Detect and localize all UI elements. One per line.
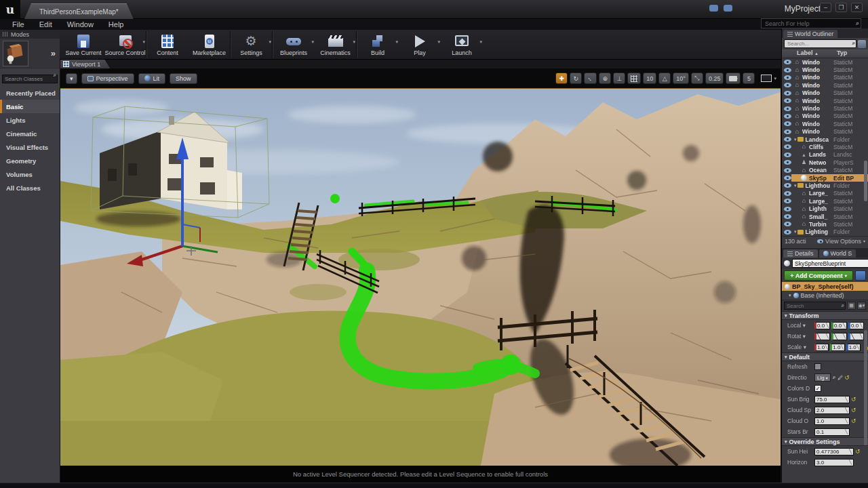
add-component-button[interactable]: + Add Component▾ <box>784 270 853 281</box>
location-y-field[interactable]: 0.0╲ <box>831 322 847 329</box>
expander-icon[interactable]: ▾ <box>789 293 791 298</box>
visibility-eye-icon[interactable] <box>784 207 791 211</box>
grid-snap-value[interactable]: 10 <box>643 73 656 84</box>
outliner-row[interactable]: ▾ Windo StaticM <box>782 81 868 89</box>
directional-light-dropdown[interactable]: Lig▾ <box>814 373 831 382</box>
viewport-scene[interactable] <box>60 89 781 466</box>
maximize-button[interactable]: ❐ <box>835 3 847 12</box>
toolbar-button[interactable]: Source Control ▾ <box>104 31 146 58</box>
outliner-scrollbar[interactable] <box>864 161 867 201</box>
perspective-button[interactable]: Perspective <box>81 73 134 84</box>
mode-category-item[interactable]: Lights <box>0 113 60 127</box>
chevron-down-icon[interactable]: ▾ <box>142 39 145 45</box>
reset-icon[interactable]: ↺ <box>844 374 850 381</box>
chevron-down-icon[interactable]: ▾ <box>479 39 482 45</box>
scale-x-field[interactable]: 1.0╲ <box>814 344 829 351</box>
browse-icon[interactable] <box>833 374 835 381</box>
scale-tool-button[interactable]: ↔ <box>584 73 597 84</box>
expander-icon[interactable]: ▾ <box>794 183 797 188</box>
visibility-eye-icon[interactable] <box>784 98 791 103</box>
rotation-snap-value[interactable]: 10° <box>673 73 689 84</box>
visibility-eye-icon[interactable] <box>784 91 791 96</box>
horizon-field[interactable]: 3.0╲ <box>814 459 854 466</box>
view-options-button[interactable]: View Options▾ <box>817 238 865 245</box>
toolbar-button[interactable]: Content ▾ <box>146 31 189 58</box>
minimize-button[interactable]: – <box>820 3 831 12</box>
camera-speed-button[interactable] <box>726 73 741 84</box>
toolbar-button[interactable]: Play ▾ <box>399 31 441 58</box>
outliner-search-input[interactable] <box>784 39 856 48</box>
scale-snap-value[interactable]: 0.25 <box>705 73 724 84</box>
expand-toolbar-icon[interactable]: » <box>51 48 57 58</box>
rotate-tool-button[interactable]: ↻ <box>570 73 582 84</box>
expander-icon[interactable]: ▾ <box>794 229 797 235</box>
grid-snap-button[interactable] <box>627 73 641 84</box>
outliner-row[interactable]: ▾ Windo StaticM <box>782 74 868 81</box>
outliner-row[interactable]: ▾ Lighting Folder <box>782 228 868 236</box>
outliner-row[interactable]: ▾ Windo StaticM <box>782 128 868 136</box>
component-row-self[interactable]: BP_Sky_Sphere(self) <box>782 282 868 291</box>
reset-icon[interactable]: ↺ <box>855 448 861 455</box>
mode-category-item[interactable]: Recently Placed <box>0 86 60 100</box>
menu-item[interactable]: Help <box>102 20 131 28</box>
visibility-eye-icon[interactable] <box>784 183 791 188</box>
viewport-options-button[interactable]: ▾ <box>66 73 77 84</box>
menu-item[interactable]: File <box>5 20 31 28</box>
lit-mode-button[interactable]: Lit <box>138 73 166 84</box>
toolbar-button[interactable]: Launch ▾ <box>441 31 483 58</box>
menu-item[interactable]: Edit <box>33 20 59 28</box>
refresh-checkbox[interactable] <box>814 363 821 370</box>
outliner-column-header[interactable]: Label ▲ Typ <box>782 49 868 58</box>
details-scrollbar[interactable] <box>864 330 867 445</box>
viewport-layout-button[interactable]: ▾ <box>761 75 776 82</box>
outliner-row[interactable]: ▾ Lighth StaticM <box>782 205 868 212</box>
visibility-eye-icon[interactable] <box>784 214 791 219</box>
level-tab[interactable]: ThirdPersonExampleMap* <box>24 3 134 19</box>
scale-label[interactable]: Scale ▾ <box>787 344 814 350</box>
world-local-toggle-button[interactable]: ⊕ <box>599 73 611 84</box>
visibility-eye-icon[interactable] <box>784 191 791 196</box>
outliner-row[interactable]: ▾ Cliffs StaticM <box>782 143 868 150</box>
reset-icon[interactable]: ↺ <box>851 396 856 403</box>
section-transform[interactable]: ▾Transform <box>782 311 868 320</box>
outliner-row[interactable]: ▾ Lighthou Folder <box>782 182 868 189</box>
reset-icon[interactable]: ↺ <box>851 407 856 413</box>
property-matrix-icon[interactable]: ▦ <box>847 302 856 310</box>
toolbar-button[interactable]: Build ▾ <box>357 31 399 58</box>
scale-y-field[interactable]: 1.0╲ <box>830 344 844 351</box>
chevron-down-icon[interactable]: ▾ <box>395 39 398 45</box>
scale-z-field[interactable]: 1.0╲ <box>846 344 861 351</box>
mode-category-item[interactable]: Volumes <box>0 167 60 181</box>
bug-report-icon[interactable] <box>724 5 732 12</box>
toolbar-button[interactable]: Marketplace ▾ <box>189 31 231 58</box>
chevron-down-icon[interactable]: ▾ <box>353 39 355 45</box>
move-tool-button[interactable]: ✚ <box>555 73 568 84</box>
place-mode-thumbnail[interactable] <box>3 41 28 66</box>
visibility-eye-icon[interactable] <box>784 152 791 157</box>
modes-panel-header[interactable]: Modes <box>0 30 60 39</box>
outliner-row[interactable]: ▾ Large_ StaticM <box>782 190 868 197</box>
chevron-down-icon[interactable]: ▾ <box>437 39 440 45</box>
outliner-row[interactable]: ▾ Windo StaticM <box>782 113 868 120</box>
outliner-row[interactable]: ▾ Windo StaticM <box>782 120 868 127</box>
visibility-eye-icon[interactable] <box>784 60 791 64</box>
cloud-speed-field[interactable]: 2.0╲ <box>814 407 850 414</box>
mode-category-item[interactable]: Cinematic <box>0 127 60 140</box>
view-options-eye-icon[interactable]: ◉▾ <box>857 302 866 310</box>
expander-icon[interactable]: ▾ <box>794 137 797 142</box>
mode-category-item[interactable]: All Classes <box>0 181 60 195</box>
details-tab[interactable]: Details <box>783 249 818 258</box>
outliner-row[interactable]: ▾ Windo StaticM <box>782 89 868 97</box>
outliner-row[interactable]: ▾ Small_ StaticM <box>782 213 868 220</box>
search-classes-input[interactable] <box>2 75 58 83</box>
outliner-row[interactable]: ▾ Windo StaticM <box>782 58 868 66</box>
sun-brightness-field[interactable]: 75.0╲ <box>814 396 850 403</box>
scale-snap-button[interactable]: ⤡ <box>691 73 703 84</box>
outliner-row[interactable]: ▾ Ocean StaticM <box>782 166 868 174</box>
visibility-eye-icon[interactable] <box>784 137 791 142</box>
camera-speed-value[interactable]: 5 <box>743 73 755 84</box>
edit-blueprint-button[interactable] <box>855 270 866 281</box>
rotation-z-field[interactable]: ╲╲ <box>848 333 864 340</box>
viewport-tab[interactable]: Viewport 1 <box>60 60 110 68</box>
rotation-x-field[interactable]: ╲╲ <box>814 333 830 340</box>
